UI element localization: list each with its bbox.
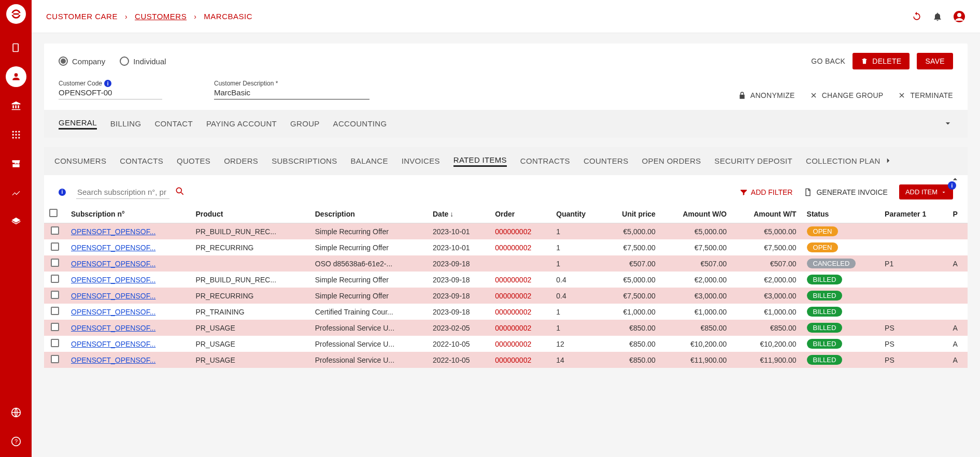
order-link[interactable] <box>490 255 551 272</box>
breadcrumb-leaf[interactable]: MARCBASIC <box>204 12 252 21</box>
change-group-action[interactable]: CHANGE GROUP <box>809 91 884 99</box>
col-order[interactable]: Order <box>490 205 551 223</box>
sidebar-item-book[interactable] <box>6 37 26 58</box>
table-row[interactable]: OPENSOFT_OPENSOF...PR_USAGEProfessional … <box>44 352 968 368</box>
subtab-balance[interactable]: BALANCE <box>351 156 388 166</box>
search-input[interactable] <box>76 185 169 199</box>
row-checkbox[interactable] <box>51 275 59 283</box>
info-icon[interactable]: i <box>59 189 66 196</box>
subscription-link[interactable]: OPENSOFT_OPENSOF... <box>66 272 190 288</box>
order-link[interactable]: 000000002 <box>490 288 551 304</box>
account-button[interactable] <box>953 10 965 23</box>
order-link[interactable]: 000000002 <box>490 352 551 368</box>
order-link[interactable]: 000000002 <box>490 320 551 336</box>
sidebar-item-store[interactable] <box>6 153 26 174</box>
order-link[interactable]: 000000002 <box>490 336 551 352</box>
add-item-button[interactable]: ADD ITEM i <box>899 184 953 199</box>
row-checkbox[interactable] <box>51 259 59 267</box>
row-checkbox[interactable] <box>51 242 59 251</box>
row-checkbox[interactable] <box>51 307 59 315</box>
tab-billing[interactable]: BILLING <box>110 119 141 129</box>
table-row[interactable]: OPENSOFT_OPENSOF...PR_BUILD_RUN_REC...Si… <box>44 223 968 240</box>
subtab-subscriptions[interactable]: SUBSCRIPTIONS <box>272 156 337 166</box>
col-quantity[interactable]: Quantity <box>551 205 603 223</box>
tab-accounting[interactable]: ACCOUNTING <box>333 119 387 129</box>
table-row[interactable]: OPENSOFT_OPENSOF...PR_USAGEProfessional … <box>44 320 968 336</box>
table-row[interactable]: OPENSOFT_OPENSOF...PR_TRAININGCertified … <box>44 304 968 320</box>
tab-general[interactable]: GENERAL <box>59 118 97 130</box>
table-row[interactable]: OPENSOFT_OPENSOF...PR_RECURRINGSimple Re… <box>44 239 968 255</box>
subscription-link[interactable]: OPENSOFT_OPENSOF... <box>66 255 190 272</box>
tabs-scroll-right[interactable] <box>884 156 893 167</box>
save-button[interactable]: SAVE <box>917 53 953 69</box>
col-amount-w-o[interactable]: Amount W/O <box>661 205 732 223</box>
col-unit-price[interactable]: Unit price <box>603 205 661 223</box>
subtab-orders[interactable]: ORDERS <box>224 156 258 166</box>
table-row[interactable]: OPENSOFT_OPENSOF...PR_BUILD_RUN_REC...Si… <box>44 272 968 288</box>
subtab-consumers[interactable]: CONSUMERS <box>54 156 106 166</box>
delete-button[interactable]: DELETE <box>853 53 910 69</box>
add-filter-button[interactable]: ADD FILTER <box>740 188 793 196</box>
notifications-button[interactable] <box>932 11 943 22</box>
sidebar-item-finance[interactable] <box>6 95 26 116</box>
breadcrumb-customers[interactable]: CUSTOMERS <box>135 12 187 21</box>
row-checkbox[interactable] <box>51 339 59 347</box>
table-row[interactable]: OPENSOFT_OPENSOF...PR_USAGEProfessional … <box>44 336 968 352</box>
col-subscription-n-[interactable]: Subscription n° <box>66 205 190 223</box>
table-row[interactable]: OPENSOFT_OPENSOF...OSO d85638a6-61e2-...… <box>44 255 968 272</box>
search-button[interactable] <box>175 186 185 198</box>
subscription-link[interactable]: OPENSOFT_OPENSOF... <box>66 223 190 240</box>
col-parameter-1[interactable]: Parameter 1 <box>879 205 947 223</box>
order-link[interactable]: 000000002 <box>490 223 551 240</box>
generate-invoice-button[interactable]: GENERATE INVOICE <box>804 188 887 196</box>
subtab-contracts[interactable]: CONTRACTS <box>520 156 570 166</box>
row-checkbox[interactable] <box>51 323 59 331</box>
sidebar-item-trend[interactable] <box>6 182 26 203</box>
col-description[interactable]: Description <box>310 205 428 223</box>
col-p[interactable]: P <box>947 205 968 223</box>
select-all-checkbox[interactable] <box>49 209 58 217</box>
row-checkbox[interactable] <box>51 355 59 363</box>
sidebar-item-help[interactable]: ? <box>6 431 26 452</box>
app-logo[interactable] <box>6 4 26 24</box>
col-date[interactable]: Date↓ <box>428 205 490 223</box>
col-amount-w-t[interactable]: Amount W/T <box>732 205 801 223</box>
sidebar-item-layers[interactable] <box>6 211 26 232</box>
col-product[interactable]: Product <box>190 205 309 223</box>
terminate-action[interactable]: TERMINATE <box>898 91 953 99</box>
order-link[interactable]: 000000002 <box>490 304 551 320</box>
subtab-counters[interactable]: COUNTERS <box>584 156 629 166</box>
customer-desc-value[interactable]: MarcBasic <box>214 88 370 99</box>
breadcrumb-root[interactable]: CUSTOMER CARE <box>46 12 118 21</box>
subtab-rated-items[interactable]: RATED ITEMS <box>453 155 507 167</box>
subtab-open-orders[interactable]: OPEN ORDERS <box>642 156 701 166</box>
order-link[interactable]: 000000002 <box>490 272 551 288</box>
col-status[interactable]: Status <box>802 205 880 223</box>
order-link[interactable]: 000000002 <box>490 239 551 255</box>
info-icon[interactable]: i <box>104 80 111 87</box>
subscription-link[interactable]: OPENSOFT_OPENSOF... <box>66 239 190 255</box>
subscription-link[interactable]: OPENSOFT_OPENSOF... <box>66 304 190 320</box>
subtab-quotes[interactable]: QUOTES <box>177 156 210 166</box>
tab-group[interactable]: GROUP <box>290 119 320 129</box>
subtab-contacts[interactable]: CONTACTS <box>120 156 163 166</box>
subscription-link[interactable]: OPENSOFT_OPENSOF... <box>66 352 190 368</box>
tab-paying-account[interactable]: PAYING ACCOUNT <box>206 119 277 129</box>
subscription-link[interactable]: OPENSOFT_OPENSOF... <box>66 288 190 304</box>
table-row[interactable]: OPENSOFT_OPENSOF...PR_RECURRINGSimple Re… <box>44 288 968 304</box>
expand-toggle[interactable] <box>943 118 953 130</box>
sidebar-item-customers[interactable] <box>6 66 26 87</box>
radio-individual[interactable]: Individual <box>120 56 166 66</box>
tab-contact[interactable]: CONTACT <box>154 119 192 129</box>
subscription-link[interactable]: OPENSOFT_OPENSOF... <box>66 336 190 352</box>
subtab-security-deposit[interactable]: SECURITY DEPOSIT <box>715 156 792 166</box>
row-checkbox[interactable] <box>51 226 59 235</box>
anonymize-action[interactable]: ANONYMIZE <box>738 91 795 99</box>
sidebar-item-grid[interactable] <box>6 124 26 145</box>
refresh-button[interactable] <box>912 11 922 22</box>
go-back-link[interactable]: GO BACK <box>811 57 845 65</box>
sidebar-item-language[interactable] <box>6 402 26 423</box>
subtab-collection-plan[interactable]: COLLECTION PLAN <box>806 156 880 166</box>
subtab-invoices[interactable]: INVOICES <box>402 156 440 166</box>
customer-code-value[interactable]: OPENSOFT-00 <box>59 88 162 99</box>
